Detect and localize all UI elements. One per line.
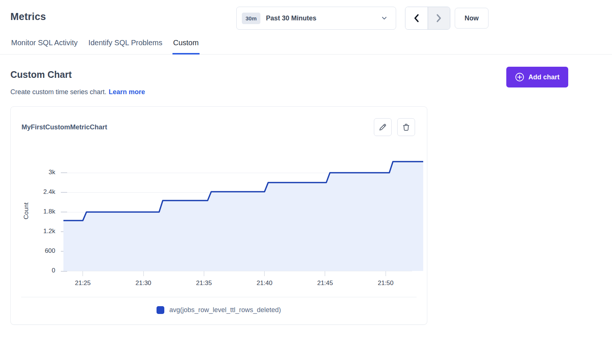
chart-canvas: Count 06001.2k1.8k2.4k3k21:2521:3021:352… bbox=[11, 152, 427, 297]
x-tick-label: 21:40 bbox=[250, 279, 279, 287]
x-tick-mark bbox=[143, 271, 144, 276]
tab-custom[interactable]: Custom bbox=[172, 39, 200, 54]
y-tick-label: 600 bbox=[22, 247, 55, 255]
series-area-fill bbox=[63, 162, 423, 271]
y-tick-label: 1.8k bbox=[22, 208, 55, 215]
time-range-label: Past 30 Minutes bbox=[266, 14, 381, 22]
chevron-down-icon bbox=[381, 15, 388, 21]
tab-identify-sql-problems[interactable]: Identify SQL Problems bbox=[88, 39, 163, 54]
x-tick-label: 21:30 bbox=[129, 279, 158, 287]
add-chart-button[interactable]: Add chart bbox=[506, 67, 568, 87]
legend-label: avg(jobs_row_level_ttl_rows_deleted) bbox=[169, 306, 281, 314]
chart-card-actions bbox=[374, 118, 415, 136]
section-subtitle-text: Create custom time series chart. bbox=[10, 88, 106, 96]
add-chart-label: Add chart bbox=[528, 73, 559, 81]
x-tick-mark bbox=[385, 271, 386, 276]
page-title: Metrics bbox=[10, 11, 46, 23]
y-tick-label: 0 bbox=[22, 267, 55, 274]
pencil-icon bbox=[378, 123, 387, 132]
trash-icon bbox=[402, 123, 411, 132]
page-header: Metrics 30m Past 30 Minutes Now bbox=[0, 0, 612, 33]
x-tick-label: 21:25 bbox=[68, 279, 98, 287]
legend-swatch bbox=[157, 306, 164, 314]
chart-card-header: MyFirstCustomMetricChart bbox=[11, 107, 427, 136]
chart-plot-svg bbox=[63, 152, 423, 272]
time-range-dropdown[interactable]: 30m Past 30 Minutes bbox=[236, 7, 396, 30]
next-range-button[interactable] bbox=[428, 7, 450, 29]
time-range-badge: 30m bbox=[242, 13, 260, 24]
x-tick-mark bbox=[204, 271, 204, 276]
x-tick-label: 21:35 bbox=[189, 279, 219, 287]
edit-chart-button[interactable] bbox=[374, 118, 392, 136]
plus-circle-icon bbox=[515, 72, 524, 82]
custom-chart-section: Custom Chart Create custom time series c… bbox=[0, 54, 612, 96]
learn-more-link[interactable]: Learn more bbox=[109, 88, 145, 96]
chart-legend: avg(jobs_row_level_ttl_rows_deleted) bbox=[11, 297, 427, 324]
y-tick-label: 3k bbox=[22, 169, 55, 176]
section-subtitle: Create custom time series chart.Learn mo… bbox=[10, 88, 602, 96]
chevron-left-icon bbox=[412, 13, 421, 23]
x-tick-mark bbox=[325, 271, 325, 276]
custom-metric-chart-card: MyFirstCustomMetricChart Count 06001.2k1… bbox=[10, 106, 427, 325]
delete-chart-button[interactable] bbox=[397, 118, 415, 136]
now-button[interactable]: Now bbox=[455, 8, 488, 29]
y-tick-label: 1.2k bbox=[22, 228, 55, 235]
x-tick-label: 21:45 bbox=[310, 279, 340, 287]
tab-bar: Monitor SQL Activity Identify SQL Proble… bbox=[0, 33, 612, 54]
x-tick-mark bbox=[264, 271, 265, 276]
chart-title: MyFirstCustomMetricChart bbox=[22, 123, 107, 131]
chevron-right-icon bbox=[435, 13, 443, 23]
time-range-nav bbox=[405, 7, 450, 30]
previous-range-button[interactable] bbox=[405, 7, 428, 29]
tab-monitor-sql-activity[interactable]: Monitor SQL Activity bbox=[10, 39, 78, 54]
x-tick-label: 21:50 bbox=[371, 279, 401, 287]
x-tick-mark bbox=[82, 271, 83, 276]
y-tick-label: 2.4k bbox=[22, 188, 55, 196]
